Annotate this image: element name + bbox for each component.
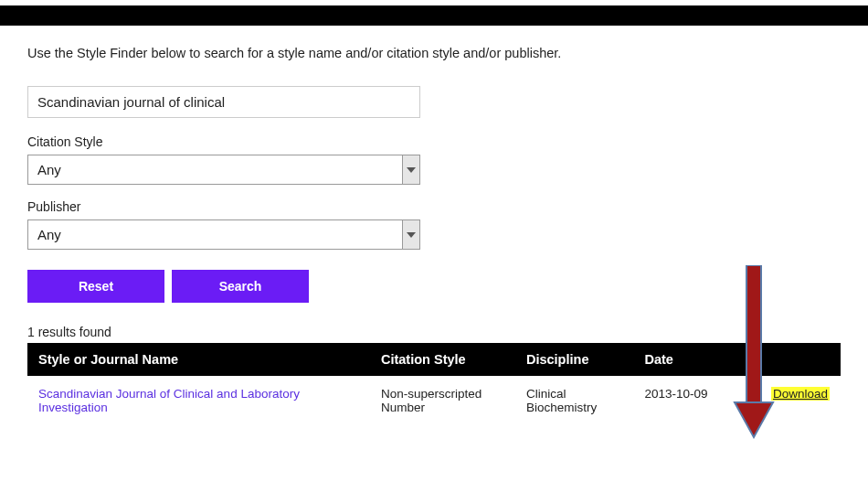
journal-name-link[interactable]: Scandinavian Journal of Clinical and Lab…: [38, 387, 300, 414]
table-header-row: Style or Journal Name Citation Style Dis…: [27, 343, 841, 376]
download-link[interactable]: Download: [771, 387, 830, 401]
reset-button[interactable]: Reset: [27, 270, 164, 303]
citation-style-select[interactable]: Any: [27, 155, 420, 185]
header-date: Date: [633, 343, 760, 376]
publisher-selected: Any: [27, 219, 402, 250]
results-table: Style or Journal Name Citation Style Dis…: [27, 343, 841, 425]
header-style-name: Style or Journal Name: [27, 343, 370, 376]
main-content: Use the Style Finder below to search for…: [0, 26, 868, 425]
table-row: Scandinavian Journal of Clinical and Lab…: [27, 376, 841, 425]
citation-style-selected: Any: [27, 155, 402, 185]
cell-citation-style: Non-superscripted Number: [370, 376, 515, 425]
button-row: Reset Search: [27, 270, 841, 303]
publisher-label: Publisher: [27, 199, 841, 214]
chevron-down-icon[interactable]: [402, 219, 420, 250]
header-citation-style: Citation Style: [370, 343, 515, 376]
publisher-field: Publisher Any: [27, 199, 841, 250]
results-count: 1 results found: [27, 325, 841, 339]
header-download: [760, 343, 841, 376]
top-black-bar: [0, 5, 868, 26]
instructions-text: Use the Style Finder below to search for…: [27, 46, 841, 60]
search-button[interactable]: Search: [172, 270, 309, 303]
chevron-down-icon[interactable]: [402, 155, 420, 185]
citation-style-label: Citation Style: [27, 134, 841, 149]
citation-style-field: Citation Style Any: [27, 134, 841, 185]
header-discipline: Discipline: [515, 343, 633, 376]
style-name-input[interactable]: [27, 86, 420, 118]
cell-discipline: Clinical Biochemistry: [515, 376, 633, 425]
cell-date: 2013-10-09: [633, 376, 760, 425]
publisher-select[interactable]: Any: [27, 219, 420, 250]
